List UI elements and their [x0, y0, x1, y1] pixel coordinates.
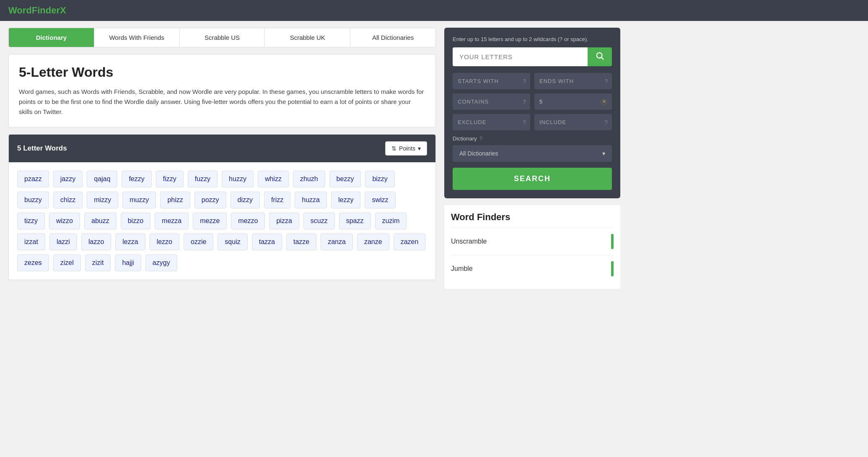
length-wrap: ✕: [534, 93, 612, 110]
ends-with-input[interactable]: [534, 73, 612, 89]
word-chip[interactable]: lezzy: [331, 192, 360, 208]
word-chip[interactable]: bizzy: [365, 171, 394, 187]
finder-item-jumble[interactable]: Jumble: [451, 255, 614, 282]
search-icon-button[interactable]: [588, 47, 612, 66]
word-chip[interactable]: mezzo: [231, 213, 265, 229]
sort-label: Points: [399, 145, 415, 152]
search-input[interactable]: [453, 47, 588, 66]
word-chip[interactable]: zhuzh: [293, 171, 325, 187]
word-chip[interactable]: bizzo: [121, 213, 150, 229]
word-chip[interactable]: qajaq: [87, 171, 117, 187]
tab-words-with-friends[interactable]: Words With Friends: [94, 28, 180, 47]
word-chip[interactable]: ozzie: [184, 234, 213, 250]
include-help-icon[interactable]: ?: [604, 119, 608, 126]
word-chip[interactable]: lazzo: [81, 234, 111, 250]
word-chip[interactable]: mezza: [155, 213, 189, 229]
chevron-down-icon: ▾: [602, 150, 605, 157]
word-chip[interactable]: huzzy: [222, 171, 254, 187]
word-chip[interactable]: zezes: [17, 254, 49, 271]
word-chip[interactable]: pozzy: [194, 192, 226, 208]
tab-dictionary[interactable]: Dictionary: [9, 28, 94, 47]
contains-help-icon[interactable]: ?: [523, 99, 526, 105]
word-chip[interactable]: scuzz: [303, 213, 335, 229]
left-content: Dictionary Words With Friends Scrabble U…: [8, 28, 436, 289]
sort-button[interactable]: ⇅ Points ▾: [385, 141, 427, 156]
word-chip[interactable]: huzza: [295, 192, 327, 208]
word-chip[interactable]: lezza: [115, 234, 145, 250]
starts-with-help-icon[interactable]: ?: [523, 78, 526, 85]
word-chip[interactable]: pzazz: [17, 171, 49, 187]
dict-help-icon[interactable]: ?: [479, 135, 482, 142]
word-chip[interactable]: wizzo: [49, 213, 80, 229]
ends-with-wrap: ?: [534, 73, 612, 89]
word-chip[interactable]: mizzy: [87, 192, 118, 208]
tab-all-dictionaries[interactable]: All Dictionaries: [350, 28, 435, 47]
word-chip[interactable]: lazzi: [49, 234, 77, 250]
word-finders: Word Finders Unscramble Jumble: [444, 205, 620, 289]
word-chip[interactable]: zanza: [321, 234, 353, 250]
unscramble-green-bar: [611, 234, 614, 249]
word-chip[interactable]: izzat: [17, 234, 45, 250]
header: WordFinderX: [0, 0, 868, 21]
search-panel: Enter up to 15 letters and up to 2 wildc…: [444, 28, 620, 198]
svg-point-0: [597, 53, 602, 58]
word-chip[interactable]: chizz: [53, 192, 83, 208]
word-chip[interactable]: zanze: [357, 234, 389, 250]
word-chip[interactable]: zuzim: [375, 213, 407, 229]
contains-input[interactable]: [453, 93, 530, 110]
word-chip[interactable]: bezzy: [329, 171, 361, 187]
dict-select-value: All Dictionaries: [459, 150, 498, 157]
word-chip[interactable]: whizz: [258, 171, 289, 187]
clear-length-icon[interactable]: ✕: [600, 98, 608, 106]
word-finders-title: Word Finders: [451, 212, 614, 223]
word-chip[interactable]: swizz: [365, 192, 395, 208]
word-chip[interactable]: squiz: [218, 234, 247, 250]
word-chip[interactable]: pizza: [269, 213, 299, 229]
word-chip[interactable]: muzzy: [122, 192, 156, 208]
tab-scrabble-us[interactable]: Scrabble US: [180, 28, 265, 47]
word-chip[interactable]: dizzy: [231, 192, 260, 208]
search-submit-button[interactable]: SEARCH: [453, 168, 612, 190]
words-header-title: 5 Letter Words: [17, 144, 67, 153]
word-chip[interactable]: fizzy: [156, 171, 184, 187]
tab-scrabble-uk[interactable]: Scrabble UK: [265, 28, 350, 47]
word-chip[interactable]: abuzz: [84, 213, 117, 229]
include-input[interactable]: [534, 114, 612, 130]
search-input-row: [453, 47, 612, 66]
word-chip[interactable]: jazzy: [53, 171, 83, 187]
tabs-bar: Dictionary Words With Friends Scrabble U…: [8, 28, 436, 47]
ends-with-help-icon[interactable]: ?: [604, 78, 608, 85]
finder-item-unscramble[interactable]: Unscramble: [451, 228, 614, 255]
chevron-down-icon: ▾: [418, 145, 421, 152]
logo-word: WordFinder: [8, 5, 60, 16]
word-chip[interactable]: mezze: [193, 213, 227, 229]
word-chip[interactable]: tazza: [252, 234, 282, 250]
word-chip[interactable]: zazen: [394, 234, 426, 250]
words-grid: pzazzjazzyqajaqfezzyfizzyfuzzyhuzzywhizz…: [9, 162, 435, 280]
word-chip[interactable]: spazz: [339, 213, 371, 229]
logo: WordFinderX: [8, 5, 66, 16]
word-chip[interactable]: frizz: [264, 192, 290, 208]
starts-with-input[interactable]: [453, 73, 530, 89]
word-chip[interactable]: lezzo: [150, 234, 179, 250]
description-box: 5-Letter Words Word games, such as Words…: [8, 54, 436, 127]
word-chip[interactable]: fezzy: [122, 171, 151, 187]
dict-label: Dictionary ?: [453, 135, 612, 142]
word-chip[interactable]: buzzy: [17, 192, 49, 208]
word-chip[interactable]: azygy: [145, 254, 177, 271]
word-chip[interactable]: tazze: [286, 234, 316, 250]
word-chip[interactable]: zizit: [85, 254, 111, 271]
sort-icon: ⇅: [391, 145, 396, 152]
word-chip[interactable]: phizz: [160, 192, 190, 208]
svg-line-1: [601, 57, 604, 60]
word-chip[interactable]: hajji: [115, 254, 141, 271]
dict-select[interactable]: All Dictionaries ▾: [453, 145, 612, 162]
exclude-help-icon[interactable]: ?: [523, 119, 526, 126]
jumble-label: Jumble: [451, 265, 473, 273]
word-chip[interactable]: tizzy: [17, 213, 45, 229]
jumble-green-bar: [611, 261, 614, 276]
exclude-input[interactable]: [453, 114, 530, 130]
words-section: 5 Letter Words ⇅ Points ▾ pzazzjazzyqaja…: [8, 134, 436, 280]
word-chip[interactable]: fuzzy: [188, 171, 218, 187]
word-chip[interactable]: zizel: [53, 254, 81, 271]
